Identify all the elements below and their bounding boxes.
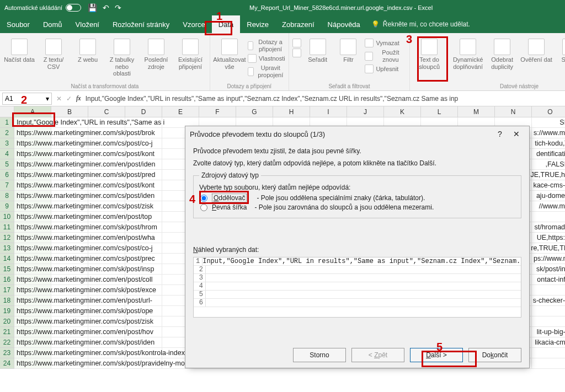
next-button[interactable]: Další > <box>410 348 463 362</box>
btn-from-table[interactable]: Z tabulky nebo oblasti <box>106 39 138 77</box>
row-header[interactable]: 9 <box>0 201 14 212</box>
tab-rozlozeni[interactable]: Rozložení stránky <box>106 15 176 33</box>
fx-icon[interactable]: fx <box>76 94 81 103</box>
row-header[interactable]: 11 <box>0 222 14 233</box>
btn-advanced[interactable]: Upřesnit <box>365 65 406 73</box>
btn-load-data[interactable]: Načíst data <box>3 39 35 63</box>
btn-filter[interactable]: Filtr <box>334 39 363 63</box>
row-header[interactable]: 1 <box>0 117 14 128</box>
select-all-corner[interactable] <box>0 106 14 117</box>
btn-merge[interactable]: Sloučit <box>555 39 565 63</box>
btn-properties[interactable]: Vlastnosti <box>248 54 285 63</box>
col-header-D[interactable]: D <box>125 106 162 117</box>
chevron-down-icon[interactable]: ▾ <box>46 95 49 103</box>
row-header[interactable]: 19 <box>0 306 14 316</box>
btn-queries-connections[interactable]: Dotazy a připojení <box>248 39 285 52</box>
row-header[interactable]: 17 <box>0 285 14 296</box>
row-header[interactable]: 15 <box>0 264 14 275</box>
col-header-G[interactable]: G <box>236 106 273 117</box>
redo-icon[interactable]: ↷ <box>115 3 121 12</box>
tab-data[interactable]: Data <box>212 15 240 33</box>
col-header-I[interactable]: I <box>310 106 347 117</box>
btn-data-validation[interactable]: Ověření dat <box>520 39 552 63</box>
btn-from-web[interactable]: Z webu <box>72 39 104 63</box>
help-button[interactable]: ? <box>492 130 508 138</box>
col-header-F[interactable]: F <box>199 106 236 117</box>
btn-recent-sources[interactable]: Poslední zdroje <box>140 39 172 70</box>
undo-icon[interactable]: ↶ <box>103 3 109 12</box>
tab-vzorce[interactable]: Vzorce <box>176 15 211 33</box>
row-header[interactable]: 14 <box>0 254 14 264</box>
row-header[interactable]: 20 <box>0 316 14 327</box>
btn-existing-connections[interactable]: Existující připojení <box>174 39 206 70</box>
save-icon[interactable]: 💾 <box>88 3 97 12</box>
col-header-A[interactable]: A <box>14 106 51 117</box>
cell[interactable] <box>532 285 565 296</box>
row-text-right: sk/post/ins <box>536 264 565 275</box>
col-header-B[interactable]: B <box>51 106 88 117</box>
fx-accept-icon[interactable]: ✓ <box>66 95 72 103</box>
cell[interactable] <box>532 212 565 222</box>
col-header-N[interactable]: N <box>495 106 532 117</box>
btn-sort-asc[interactable] <box>292 39 301 47</box>
radio-delimited[interactable]: Oddělovač - Pole jsou oddělena speciální… <box>199 194 515 202</box>
row-header[interactable]: 13 <box>0 243 14 254</box>
col-header-J[interactable]: J <box>347 106 384 117</box>
autosave-toggle[interactable]: Automatické ukládání <box>4 4 81 12</box>
row-header[interactable]: 7 <box>0 180 14 191</box>
formula-bar[interactable]: Input,"Google Index","URL in results","S… <box>86 95 562 103</box>
tab-revize[interactable]: Revize <box>240 15 275 33</box>
btn-reapply[interactable]: Použít znovu <box>365 49 406 63</box>
col-header-K[interactable]: K <box>384 106 421 117</box>
row-header[interactable]: 5 <box>0 159 14 170</box>
tab-napoveda[interactable]: Nápověda <box>321 15 367 33</box>
toggle-switch[interactable] <box>66 4 81 12</box>
radio-fixed-input[interactable] <box>200 204 207 211</box>
row-header[interactable]: 24 <box>0 358 14 369</box>
fx-cancel-icon[interactable]: ✕ <box>56 95 62 103</box>
cell[interactable] <box>532 316 565 327</box>
tab-vlozeni[interactable]: Vložení <box>69 15 106 33</box>
row-header[interactable]: 23 <box>0 348 14 358</box>
row-header[interactable]: 6 <box>0 170 14 180</box>
cancel-button[interactable]: Storno <box>293 348 346 362</box>
row-header[interactable]: 16 <box>0 275 14 285</box>
row-header[interactable]: 3 <box>0 138 14 149</box>
row-header[interactable]: 21 <box>0 327 14 337</box>
col-header-C[interactable]: C <box>88 106 125 117</box>
btn-label: Z webu <box>78 56 98 63</box>
radio-fixed-width[interactable]: Pevná šířka - Pole jsou zarovnána do slo… <box>199 203 515 211</box>
btn-from-text-csv[interactable]: Z textu/ CSV <box>38 39 70 70</box>
btn-flash-fill[interactable]: Dynamické doplňování <box>452 39 484 70</box>
col-header-O[interactable]: O <box>532 106 565 117</box>
col-header-L[interactable]: L <box>421 106 458 117</box>
btn-text-to-columns[interactable]: Text do sloupců <box>413 39 445 70</box>
tab-soubor[interactable]: Soubor <box>0 15 36 33</box>
tell-me-search[interactable]: 💡 Řekněte mi, co chcete udělat. <box>371 20 470 28</box>
close-button[interactable]: ✕ <box>508 130 525 138</box>
col-header-H[interactable]: H <box>273 106 310 117</box>
row-header[interactable]: 18 <box>0 296 14 306</box>
row-header[interactable]: 8 <box>0 191 14 201</box>
col-header-E[interactable]: E <box>162 106 199 117</box>
btn-sort-desc[interactable] <box>292 49 301 57</box>
btn-clear-filter[interactable]: Vymazat <box>365 39 406 47</box>
row-header[interactable]: 10 <box>0 212 14 222</box>
btn-edit-links[interactable]: Upravit propojení <box>248 65 285 78</box>
name-box[interactable]: A1 ▾ <box>2 93 52 105</box>
row-header[interactable]: 2 <box>0 128 14 138</box>
radio-delimited-input[interactable] <box>200 195 207 202</box>
col-header-M[interactable]: M <box>458 106 495 117</box>
row-header[interactable]: 22 <box>0 337 14 348</box>
tab-domu[interactable]: Domů <box>36 15 69 33</box>
btn-remove-duplicates[interactable]: Odebrat duplicity <box>486 39 518 70</box>
btn-refresh-all[interactable]: Aktualizovat vše <box>214 39 246 70</box>
validate-icon <box>528 39 545 55</box>
tab-zobrazeni[interactable]: Zobrazení <box>275 15 321 33</box>
btn-sort[interactable]: Seřadit <box>303 39 332 63</box>
cell[interactable] <box>532 306 565 316</box>
row-text: https://www.marketingminer.com/en/post/h… <box>17 327 188 337</box>
finish-button[interactable]: Dokončit <box>468 348 521 362</box>
row-header[interactable]: 4 <box>0 149 14 159</box>
row-header[interactable]: 12 <box>0 233 14 243</box>
